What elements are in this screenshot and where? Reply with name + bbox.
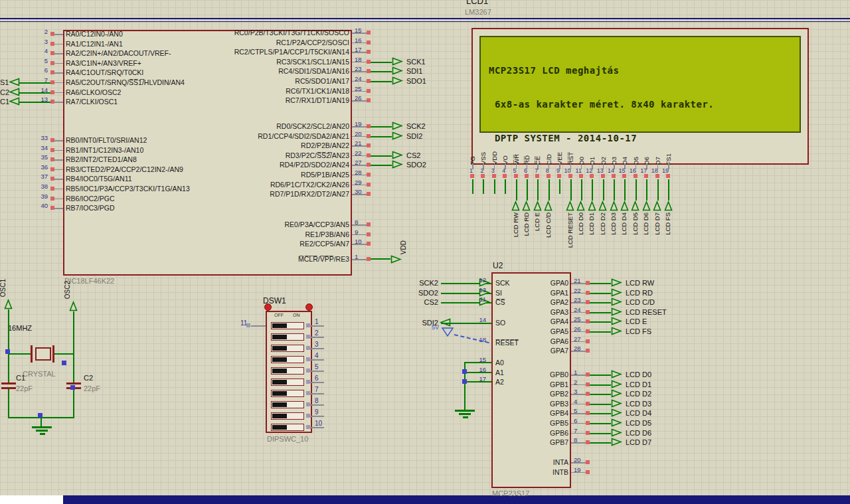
lcd-pin-column: D3 14 LCD D3 xyxy=(609,133,620,260)
pin-endpoint xyxy=(547,174,551,178)
dip-switch-slider[interactable] xyxy=(272,346,287,351)
pin-number: 13 xyxy=(596,167,604,174)
pic-port-c-pins: RC0/P2B/T3CKI/T3G/T1CKI/SOSCO 15 RC1/P2A… xyxy=(193,28,498,106)
pin-number: 26 xyxy=(574,325,581,333)
dip-switch-slot xyxy=(271,390,304,397)
pin-stub xyxy=(53,199,63,200)
lcd-screen: MCP23S17 LCD meghajtás 6x8-as karakter m… xyxy=(479,36,801,133)
dip-switch-slider[interactable] xyxy=(272,380,287,384)
pin-endpoint xyxy=(306,414,310,418)
pin-number: 4 xyxy=(35,47,48,54)
net-label: LCD D7 xyxy=(653,212,661,235)
pin-number: 4 xyxy=(574,398,577,405)
net-arrow-right-icon xyxy=(611,389,622,398)
pin-number: 10 xyxy=(563,167,571,174)
pin-stub xyxy=(309,382,324,383)
lcd-pin-column: R̅D̅ 6 LCD RD xyxy=(522,133,533,260)
pin-row: GPB3 4 LCD D3 xyxy=(412,399,717,409)
pin-number: 6 xyxy=(574,417,577,424)
net-arrow-right-icon xyxy=(611,327,622,335)
pin-number: 35 xyxy=(35,153,48,161)
pin-row: RD1/CCP4/SDI2/SDA2/AN21 20 SDI2 xyxy=(193,131,498,141)
wire xyxy=(371,81,392,82)
pin-number: 16 xyxy=(628,167,636,174)
net-label: LCD D5 xyxy=(626,419,651,427)
crystal-plate xyxy=(31,345,33,363)
pin-number: 14 xyxy=(606,167,614,174)
pin-endpoint xyxy=(306,346,310,350)
net-arrow-right-icon xyxy=(611,317,622,325)
pic-port-a-pins: 2 RA0/C12IN0-/AN0 3 RA1/C12IN1-/AN1 4 RA… xyxy=(0,29,226,107)
lcd-pin-column: C/D 8 LCD C/D xyxy=(544,133,554,260)
net-label: LCD FS xyxy=(664,212,671,235)
pin-number: 21 xyxy=(574,277,581,284)
net-label: LCD D1 xyxy=(588,212,595,235)
pin-number: 14 xyxy=(35,86,48,94)
capacitor-c1-plate[interactable] xyxy=(1,382,16,384)
net-label: LCD D3 xyxy=(610,212,617,235)
lcd-pin-column: D6 17 LCD D6 xyxy=(641,133,652,260)
pin-number: 23 xyxy=(355,65,362,72)
pin-endpoint xyxy=(634,174,638,178)
dip-switch-slider[interactable] xyxy=(272,369,287,373)
wire xyxy=(590,302,611,303)
dip-switch-slider[interactable] xyxy=(272,425,287,430)
dip-switch-slider[interactable] xyxy=(272,335,287,339)
pin-endpoint xyxy=(306,357,310,361)
net-label: LCD D2 xyxy=(599,212,606,235)
pin-endpoint xyxy=(306,402,310,406)
pin-endpoint xyxy=(306,335,310,339)
vdd-power-label: VDD xyxy=(400,240,407,254)
pin-endpoint xyxy=(525,174,529,178)
dip-switch-slider[interactable] xyxy=(272,357,287,362)
pin-name: RC7/RX1/DT1/AN19 xyxy=(193,96,349,104)
pin-row: S1 7 RA5/C2OUT/SRNQ/S̅S̅1̅/HLVDIN/AN4 xyxy=(0,78,226,88)
pin-name: RB5/IOC1/P3A/CCP3/T3CKI/T1G/AN13 xyxy=(66,185,190,193)
pin-row: 36 RB3/CTED2/P2A/CCP2/C12IN2-/AN9 xyxy=(0,165,226,175)
capacitor-c2-plate[interactable] xyxy=(66,382,81,384)
dip-switch-slider[interactable] xyxy=(272,402,287,407)
net-arrow-up-icon xyxy=(566,201,574,211)
pin-endpoint xyxy=(367,183,371,187)
net-arrow-right-icon xyxy=(392,122,403,130)
u2-gpb-pins: GPB0 1 LCD D0 GPB1 2 LCD D1 GPB2 3 LCD D… xyxy=(412,370,717,448)
dip-switch-slider[interactable] xyxy=(272,391,287,396)
net-label: LCD C/D xyxy=(626,298,655,306)
pic-port-e-pins: RE0/P3A/CCP3/AN5 8 RE1/P3B/AN6 9 RE2/CCP… xyxy=(193,220,498,249)
pin-name: RB6/IOC2/PGC xyxy=(66,195,115,203)
u2-gpa-pins: GPA0 21 LCD RW GPA1 22 LCD RD GPA2 23 LC… xyxy=(412,278,717,356)
lcd-pin-column: D7 18 LCD D7 xyxy=(653,133,663,260)
pin-row: 6 RA4/C1OUT/SRQ/T0CKI xyxy=(0,68,226,78)
net-label: LCD E xyxy=(533,212,541,231)
net-arrow-up-icon xyxy=(522,201,531,211)
dip-switch-slider[interactable] xyxy=(272,323,287,328)
wire xyxy=(41,418,42,426)
schematic-canvas[interactable]: PIC18LF46K22 2 RA0/C12IN0-/AN0 3 RA1/C12… xyxy=(0,0,850,504)
dip-switch-slider[interactable] xyxy=(272,414,287,418)
lcd-pin-column: R̅S̅T̅ 10 LCD RESET xyxy=(566,133,576,260)
pin-name: RC2/CTPLS/P1A/CCP1/T5CKI/AN14 xyxy=(193,48,349,56)
pin-endpoint xyxy=(601,174,605,178)
crystal-body[interactable] xyxy=(35,347,51,361)
pin-number: 39 xyxy=(35,193,48,200)
net-arrow-up-icon xyxy=(642,201,651,211)
pin-endpoint xyxy=(644,174,648,178)
pin-row: GPA3 24 LCD RESET xyxy=(412,307,717,317)
pin-number: 1 xyxy=(465,167,473,174)
dip-switch-slot xyxy=(271,345,304,352)
capacitor-c1-plate[interactable] xyxy=(1,387,16,389)
pin-name: RD1/CCP4/SDI2/SDA2/AN21 xyxy=(193,132,349,140)
pin-endpoint xyxy=(579,174,583,178)
power-wire xyxy=(559,179,560,194)
net-label: LCD RD xyxy=(523,212,530,236)
dip-switch-screw-left xyxy=(264,303,272,311)
pin-stub xyxy=(309,359,324,361)
pin-number: 22 xyxy=(355,149,362,157)
ground-symbol xyxy=(459,413,471,415)
pin-number: 28 xyxy=(355,169,362,176)
pin-stub xyxy=(53,72,63,74)
wire xyxy=(73,311,74,382)
ground-symbol xyxy=(32,426,52,428)
ground-symbol xyxy=(455,410,475,412)
pin-number: 5 xyxy=(315,363,319,371)
